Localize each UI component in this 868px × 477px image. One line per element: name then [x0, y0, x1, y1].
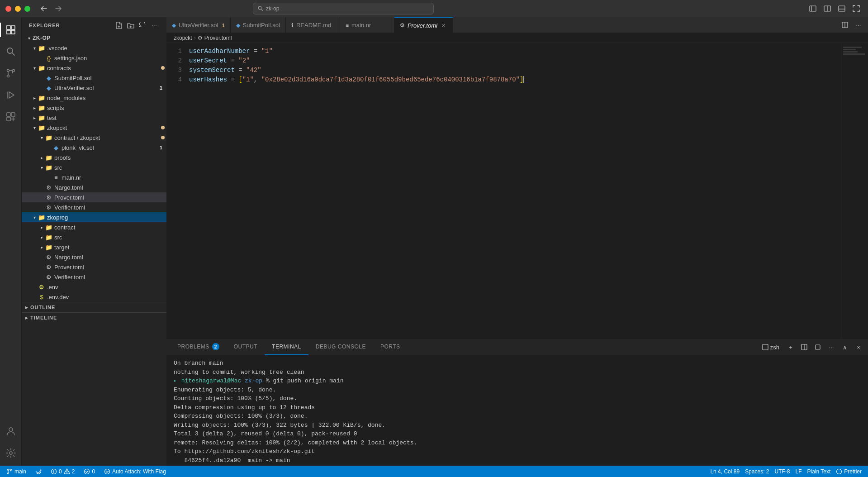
sidebar-item-vscode[interactable]: ▾ 📁 .vscode [22, 43, 166, 53]
status-language[interactable]: Plain Text [805, 466, 834, 477]
chevron-right-icon: ▸ [38, 224, 45, 231]
terminal-output[interactable]: On branch main nothing to commit, workin… [166, 355, 868, 466]
forward-button[interactable] [52, 2, 65, 15]
maximize-window-button[interactable] [24, 6, 30, 12]
status-prettier[interactable]: Prettier [833, 466, 864, 477]
svg-point-18 [8, 472, 9, 474]
close-tab-button[interactable]: × [440, 22, 447, 29]
sidebar-item-contract-zkopckt[interactable]: ▾ 📁 contract / zkopckt [22, 133, 166, 143]
sidebar-item-src-zkopckt[interactable]: ▾ 📁 src [22, 162, 166, 172]
status-encoding[interactable]: UTF-8 [772, 466, 792, 477]
status-errors[interactable]: 0 2 [48, 466, 77, 477]
sidebar-item-proofs[interactable]: ▸ 📁 proofs [22, 153, 166, 162]
zkopreg-verifier-label: Verifier.toml [54, 274, 166, 281]
fullscreen-button[interactable] [850, 2, 863, 15]
sidebar-item-root[interactable]: ▾ ZK-OP [22, 33, 166, 43]
git-badge: 1 [157, 144, 165, 151]
chevron-down-icon: ▾ [31, 44, 38, 52]
activity-explorer[interactable] [0, 19, 22, 41]
minimize-window-button[interactable] [15, 6, 21, 12]
sidebar-item-zkopckt[interactable]: ▾ 📁 zkopckt [22, 123, 166, 133]
status-auto-attach[interactable]: Auto Attach: With Flag [101, 466, 169, 477]
outline-label: OUTLINE [30, 305, 55, 310]
sidebar-item-mainnr[interactable]: ▸ ≡ main.nr [22, 172, 166, 182]
refresh-explorer-button[interactable] [138, 20, 147, 30]
split-terminal-button[interactable] [798, 341, 810, 353]
tab-mainnr[interactable]: ≡ main.nr [340, 17, 394, 33]
line-content-3: systemSecret = "42" [189, 66, 261, 75]
new-folder-button[interactable] [126, 20, 136, 30]
activity-git[interactable] [0, 62, 22, 84]
minimap-content [841, 43, 868, 59]
panel-more-button[interactable]: ··· [825, 341, 837, 353]
status-no-problems[interactable]: 0 [81, 466, 98, 477]
status-branch[interactable]: main [4, 466, 29, 477]
activity-search[interactable] [0, 41, 22, 62]
sidebar-item-ultraverifier[interactable]: ▸ ◆ UltraVerifier.sol 1 [22, 83, 166, 93]
sidebar-item-verifier-toml[interactable]: ▸ ⚙ Verifier.toml [22, 202, 166, 212]
more-actions-button[interactable]: ··· [853, 19, 864, 31]
status-sync[interactable] [33, 466, 44, 477]
collapse-all-button[interactable]: ··· [149, 20, 159, 30]
activity-settings[interactable] [0, 442, 22, 464]
outline-header[interactable]: ▸ OUTLINE [22, 302, 166, 312]
verifier-toml-label: Verifier.toml [54, 204, 166, 211]
activity-extensions[interactable] [0, 106, 22, 128]
close-window-button[interactable] [5, 6, 11, 12]
sidebar-toggle-button[interactable] [806, 2, 819, 15]
sidebar-item-zkopreg-prover[interactable]: ▸ ⚙ Prover.toml [22, 262, 166, 272]
tab-submitpoll[interactable]: ◆ SubmitPoll.sol [231, 17, 286, 33]
sidebar-item-node-modules[interactable]: ▸ 📁 node_modules [22, 93, 166, 103]
line-number-4: 4 [166, 75, 189, 85]
new-terminal-button[interactable]: + [785, 341, 797, 353]
timeline-header[interactable]: ▸ TIMELINE [22, 313, 166, 323]
sidebar-item-test[interactable]: ▸ 📁 test [22, 113, 166, 123]
search-bar[interactable]: zk-op [253, 3, 434, 14]
line-number-2: 2 [166, 56, 189, 66]
sidebar-item-zkopreg-nargo[interactable]: ▸ ⚙ Nargo.toml [22, 252, 166, 262]
panel-layout-button[interactable] [835, 2, 848, 15]
sidebar-item-plonk-vk[interactable]: ▸ ◆ plonk_vk.sol 1 [22, 143, 166, 153]
terminal-line: Compressing objects: 100% (3/3), done. [174, 412, 861, 421]
sidebar-item-settings-json[interactable]: ▸ {} settings.json [22, 53, 166, 63]
tab-output[interactable]: OUTPUT [227, 339, 265, 355]
tab-problems[interactable]: PROBLEMS 2 [170, 339, 227, 355]
status-line-ending[interactable]: LF [792, 466, 804, 477]
sidebar-item-env-dev[interactable]: ▸ $ .env.dev [22, 292, 166, 302]
tab-ports[interactable]: PORTS [373, 339, 408, 355]
activity-accounts[interactable] [0, 420, 22, 442]
code-editor[interactable]: 1 userAadharNumber = "1" 2 userSecret = … [166, 43, 841, 339]
sidebar-item-contracts[interactable]: ▾ 📁 contracts [22, 63, 166, 73]
sidebar-item-zkopreg-src[interactable]: ▸ 📁 src [22, 232, 166, 242]
sidebar-item-zkopreg-target[interactable]: ▸ 📁 target [22, 242, 166, 252]
tab-readme[interactable]: ℹ README.md [286, 17, 340, 33]
tab-ultraverifier[interactable]: ◆ UltraVerifier.sol 1 [166, 17, 231, 33]
tab-debug-console[interactable]: DEBUG CONSOLE [308, 339, 373, 355]
panel-maximize-button[interactable]: ∧ [839, 341, 851, 353]
back-button[interactable] [38, 2, 50, 15]
chevron-down-icon: ▾ [38, 134, 45, 141]
status-bar: main 0 2 0 Auto Attach: With Flag Ln 4, … [0, 466, 868, 477]
sidebar-item-prover-toml[interactable]: ▸ ⚙ Prover.toml [22, 192, 166, 202]
sidebar-item-submitpoll[interactable]: ▸ ◆ SubmitPoll.sol [22, 73, 166, 83]
sidebar-item-nargo-toml[interactable]: ▸ ⚙ Nargo.toml [22, 182, 166, 192]
sidebar-item-zkopreg-verifier[interactable]: ▸ ⚙ Verifier.toml [22, 272, 166, 282]
split-editor-button[interactable] [839, 19, 851, 31]
sidebar-item-env[interactable]: ▸ ⚙ .env [22, 282, 166, 292]
sidebar-item-zkopreg-contract[interactable]: ▸ 📁 contract [22, 222, 166, 232]
line-content-4: userHashes = ["1", "0x28e02d3d16a9dca7f1… [189, 75, 528, 85]
activity-run[interactable] [0, 84, 22, 106]
toml-file-icon: ⚙ [45, 184, 52, 191]
editor-layout-button[interactable] [821, 2, 834, 15]
status-cursor-pos[interactable]: Ln 4, Col 89 [707, 466, 742, 477]
svg-point-11 [9, 428, 13, 431]
kill-terminal-button[interactable] [812, 341, 824, 353]
sidebar-item-scripts[interactable]: ▸ 📁 scripts [22, 103, 166, 113]
status-spaces[interactable]: Spaces: 2 [742, 466, 772, 477]
panel-close-button[interactable]: × [853, 341, 864, 353]
tab-terminal[interactable]: TERMINAL [265, 339, 308, 355]
tab-provertoml[interactable]: ⚙ Prover.toml × [394, 17, 453, 33]
new-file-button[interactable] [114, 20, 124, 30]
sidebar-item-zkopreg[interactable]: ▾ 📁 zkopreg [22, 212, 166, 222]
cursor-position: Ln 4, Col 89 [710, 468, 740, 475]
